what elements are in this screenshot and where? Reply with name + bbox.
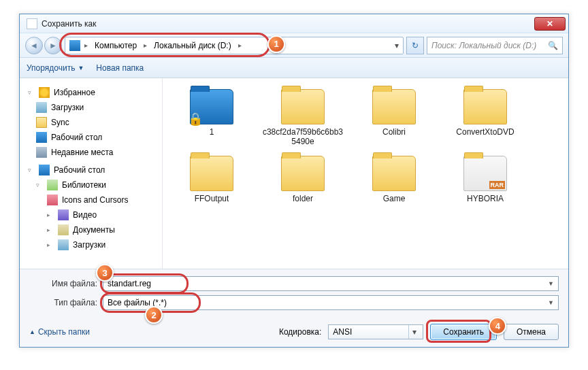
document-icon [58,224,69,235]
sidebar: ▿Избранное Загрузки Sync Рабочий стол Не… [20,78,163,269]
cancel-button[interactable]: Отмена [504,324,559,340]
window-title: Сохранить как [42,19,534,29]
search-input[interactable]: Поиск: Локальный диск (D:) 🔍 [427,37,563,54]
address-bar[interactable]: ▸ Компьютер ▸ Локальный диск (D:) ▸ ▾ [65,37,404,54]
annotation-bubble-3: 3 [96,264,114,282]
filename-label: Имя файла: [29,279,97,288]
breadcrumb-computer[interactable]: Компьютер [92,39,140,52]
libraries-icon [47,180,58,190]
recent-icon [36,147,47,158]
encoding-select[interactable]: ANSI [328,324,423,339]
file-label: Colibri [382,127,406,137]
footer: ▲Скрыть папки Кодировка: ANSI Сохранить … [20,318,568,347]
dialog-icon [27,18,37,29]
file-label: folder [293,194,313,203]
file-item[interactable]: c38cf2da7f59b6c6bb35490e [259,86,346,149]
forward-button[interactable]: ► [44,37,62,54]
folder-icon [190,89,233,124]
desktop-icon [39,165,50,175]
file-item[interactable]: folder [259,153,346,206]
chevron-down-icon[interactable]: ▼ [548,299,554,306]
computer-icon [69,40,80,51]
toolbar: Упорядочить ▼ Новая папка [20,58,568,78]
folder-icon [372,156,416,191]
star-icon [39,87,50,98]
back-button[interactable]: ◄ [25,37,43,54]
file-label: HYBORIA [467,194,504,203]
sidebar-downloads-2[interactable]: ▸Загрузки [22,237,159,252]
folder-icon [190,156,233,191]
nav-row: ◄ ► ▸ Компьютер ▸ Локальный диск (D:) ▸ … [20,33,568,58]
download-icon [58,239,69,250]
folder-icon [463,156,507,191]
folder-icon [463,89,507,124]
filetype-select[interactable]: Все файлы (*.*) ▼ [103,295,559,310]
file-item[interactable]: FFOutput [168,153,255,206]
fields-area: Имя файла: standart.reg ▼ 3 Тип файла: В… [20,269,568,318]
sidebar-video[interactable]: ▸Видео [22,207,159,222]
download-icon [36,102,47,113]
close-button[interactable]: ✕ [534,17,566,31]
sidebar-recent[interactable]: Недавние места [22,145,159,160]
sidebar-libraries[interactable]: ▿Библиотеки [22,178,159,192]
filename-input[interactable]: standart.reg ▼ [103,276,559,291]
file-label: c38cf2da7f59b6c6bb35490e [262,127,344,146]
file-label: Game [383,194,406,203]
search-icon: 🔍 [548,41,558,50]
sidebar-desktop-root[interactable]: ▿Рабочий стол [22,163,159,178]
chevron-right-icon: ▸ [238,41,242,49]
sidebar-downloads[interactable]: Загрузки [22,100,159,115]
filetype-label: Тип файла: [29,298,97,307]
video-icon [58,209,69,220]
search-placeholder: Поиск: Локальный диск (D:) [431,41,536,50]
sidebar-documents[interactable]: ▸Документы [22,222,159,237]
file-label: 1 [210,127,214,137]
organize-button[interactable]: Упорядочить ▼ [27,63,84,73]
hide-folders-button[interactable]: ▲Скрыть папки [29,327,90,337]
filetype-value: Все файлы (*.*) [108,298,167,307]
sidebar-sync[interactable]: Sync [22,115,159,130]
new-folder-button[interactable]: Новая папка [96,63,144,73]
encoding-label: Кодировка: [279,327,321,337]
annotation-bubble-1: 1 [267,35,285,53]
chevron-right-icon: ▸ [84,41,88,49]
sidebar-icons-cursors[interactable]: Icons and Cursors [22,192,159,207]
file-item[interactable]: Colibri [350,86,438,149]
folder-icon [372,89,416,124]
save-button[interactable]: Сохранить [430,324,497,340]
save-as-dialog: Сохранить как ✕ ◄ ► ▸ Компьютер ▸ Локаль… [19,14,569,348]
sidebar-favorites[interactable]: ▿Избранное [22,85,159,100]
file-item[interactable]: Game [350,153,438,206]
desktop-icon [36,132,47,143]
file-label: ConvertXtoDVD [456,127,514,137]
file-item[interactable]: 1 [168,86,255,149]
annotation-bubble-2: 2 [145,306,163,324]
chevron-down-icon[interactable]: ▼ [548,280,554,287]
file-list: 1c38cf2da7f59b6c6bb35490eColibriConvertX… [163,78,568,269]
refresh-button[interactable]: ↻ [406,37,424,54]
file-label: FFOutput [195,194,229,203]
filename-value: standart.reg [108,279,151,288]
titlebar: Сохранить как ✕ [20,14,568,33]
folder-icon [36,117,47,128]
breadcrumb-drive[interactable]: Локальный диск (D:) [151,39,234,52]
folder-icon [281,156,325,191]
sidebar-desktop[interactable]: Рабочий стол [22,130,159,145]
image-icon [47,195,58,205]
chevron-right-icon: ▸ [144,41,147,49]
file-item[interactable]: HYBORIA [442,153,529,206]
address-dropdown[interactable]: ▾ [395,41,399,50]
folder-icon [281,89,325,124]
file-item[interactable]: ConvertXtoDVD [442,86,529,149]
